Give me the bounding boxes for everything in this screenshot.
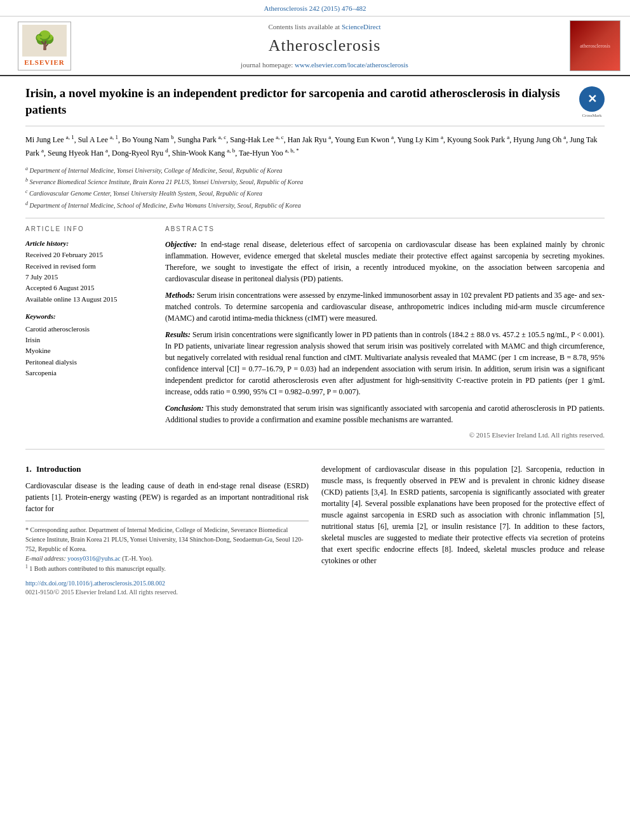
elsevier-brand: ELSEVIER (24, 58, 65, 67)
footnote-corresponding: * Corresponding author. Department of In… (25, 525, 309, 554)
copyright-line: © 2015 Elsevier Ireland Ltd. All rights … (165, 430, 605, 440)
available-date: Available online 13 August 2015 (25, 295, 152, 304)
elsevier-logo-container: 🌳 ELSEVIER (6, 20, 83, 71)
keyword-4: Peritoneal dialysis (25, 357, 152, 367)
abstract-results: Results: Serum irisin concentrations wer… (165, 329, 605, 397)
journal-thumbnail-container: atherosclerosis (566, 20, 624, 71)
footnotes-section: * Corresponding author. Department of In… (25, 521, 309, 573)
intro-para-left: Cardiovascular disease is the leading ca… (25, 480, 309, 514)
revised-date: 7 July 2015 (25, 272, 152, 282)
keywords-section: Keywords: Carotid atherosclerosis Irisin… (25, 312, 152, 378)
abstract-heading: ABSTRACTS (165, 225, 605, 234)
affiliation-c: c Cardiovascular Genome Center, Yonsei U… (25, 188, 605, 198)
doi-link[interactable]: http://dx.doi.org/10.1016/j.atherosclero… (25, 580, 165, 587)
article-info-heading: ARTICLE INFO (25, 225, 152, 234)
keywords-label: Keywords: (25, 312, 152, 321)
journal-header: 🌳 ELSEVIER Contents lists available at S… (0, 17, 630, 76)
sciencedirect-link[interactable]: ScienceDirect (342, 23, 381, 30)
affiliation-a: a Department of Internal Medicine, Yonse… (25, 165, 605, 175)
authors-section: Mi Jung Lee a, 1, Sul A Lee a, 1, Bo You… (25, 133, 605, 159)
issn-line: 0021-9150/© 2015 Elsevier Ireland Ltd. A… (25, 588, 309, 597)
intro-title: 1. Introduction (25, 463, 309, 475)
intro-right-column: development of cardiovascular disease in… (321, 463, 605, 597)
footnote-note1: 1 1 Both authors contributed to this man… (25, 563, 309, 573)
affiliation-b: b Severance Biomedical Science Institute… (25, 177, 605, 187)
crossmark-wrapper: ✕ CrossMark (579, 85, 605, 119)
intro-left-column: 1. Introduction Cardiovascular disease i… (25, 463, 309, 597)
journal-thumbnail: atherosclerosis (570, 20, 620, 71)
accepted-date: Accepted 6 August 2015 (25, 283, 152, 293)
footnote-email: E-mail address: yoosy0316@yuhs.ac (T.-H.… (25, 554, 309, 563)
article-body: Irisin, a novel myokine is an independen… (0, 76, 630, 603)
doi-link-container: http://dx.doi.org/10.1016/j.atherosclero… (25, 579, 309, 588)
keyword-3: Myokine (25, 346, 152, 356)
introduction-section: 1. Introduction Cardiovascular disease i… (25, 460, 605, 597)
header-center: Contents lists available at ScienceDirec… (89, 20, 560, 71)
crossmark-icon: ✕ (587, 91, 597, 107)
keyword-1: Carotid atherosclerosis (25, 324, 152, 334)
bottom-links: http://dx.doi.org/10.1016/j.atherosclero… (25, 579, 309, 597)
keyword-2: Irisin (25, 335, 152, 345)
article-info-abstract-section: ARTICLE INFO Article history: Received 2… (25, 225, 605, 450)
history-label: Article history: (25, 239, 152, 248)
affiliations-section: a Department of Internal Medicine, Yonse… (25, 165, 605, 218)
homepage-line: journal homepage: www.elsevier.com/locat… (241, 60, 408, 70)
article-info-column: ARTICLE INFO Article history: Received 2… (25, 225, 152, 440)
abstract-methods: Methods: Serum irisin concentrations wer… (165, 290, 605, 324)
journal-title: Atherosclerosis (269, 34, 381, 57)
thumb-title-text: atherosclerosis (579, 41, 612, 51)
affiliation-d: d Department of Internal Medicine, Schoo… (25, 200, 605, 210)
journal-banner: Atherosclerosis 242 (2015) 476–482 (0, 0, 630, 17)
keyword-5: Sarcopenia (25, 368, 152, 378)
article-title-section: Irisin, a novel myokine is an independen… (25, 85, 605, 126)
elsevier-tree-icon: 🌳 (22, 25, 67, 57)
revised-label: Received in revised form (25, 262, 152, 271)
abstract-conclusion: Conclusion: This study demonstrated that… (165, 403, 605, 425)
article-title: Irisin, a novel myokine is an independen… (25, 85, 579, 117)
homepage-link[interactable]: www.elsevier.com/locate/atherosclerosis (295, 61, 408, 69)
crossmark-label: CrossMark (582, 113, 601, 119)
abstract-objective: Objective: In end-stage renal disease, d… (165, 239, 605, 284)
crossmark-badge: ✕ (579, 86, 605, 112)
abstract-column: ABSTRACTS Objective: In end-stage renal … (165, 225, 605, 440)
sciencedirect-line: Contents lists available at ScienceDirec… (268, 22, 380, 32)
received-date: Received 20 February 2015 (25, 250, 152, 260)
banner-text: Atherosclerosis 242 (2015) 476–482 (264, 4, 366, 12)
email-link[interactable]: yoosy0316@yuhs.ac (67, 555, 120, 562)
elsevier-logo: 🌳 ELSEVIER (18, 22, 71, 70)
intro-para-right: development of cardiovascular disease in… (321, 463, 605, 566)
authors-text: Mi Jung Lee a, 1, Sul A Lee a, 1, Bo You… (25, 135, 598, 157)
